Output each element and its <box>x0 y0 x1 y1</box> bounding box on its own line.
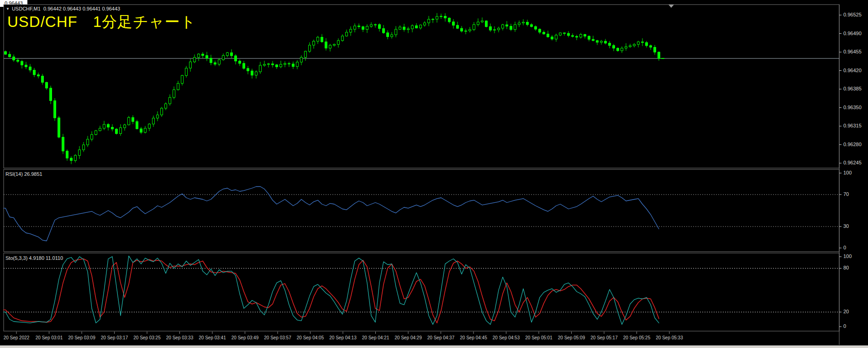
candle <box>428 19 430 23</box>
candle <box>399 27 401 29</box>
candle <box>489 26 492 30</box>
candle <box>128 117 130 125</box>
candle <box>50 88 52 101</box>
candle <box>161 108 163 115</box>
price-axis-label: 0.96525 <box>843 12 862 17</box>
candle <box>268 64 270 64</box>
chart-canvas[interactable] <box>0 0 868 348</box>
candle <box>185 68 188 75</box>
chevron-down-icon[interactable]: ▼ <box>6 7 10 11</box>
candle <box>370 25 373 26</box>
candle <box>559 33 562 35</box>
candle <box>633 44 636 46</box>
time-axis-label: 20 Sep 05:01 <box>525 335 552 340</box>
candle <box>350 29 352 32</box>
candle <box>5 52 7 54</box>
stoch-indicator-label: Sto(5,3,3) 4.9180 11.0110 <box>5 255 63 261</box>
candle <box>317 37 319 41</box>
candle <box>547 34 549 37</box>
candle <box>448 18 451 22</box>
time-axis-label: 20 Sep 04:05 <box>297 335 324 340</box>
candle <box>366 26 368 30</box>
candle <box>255 72 258 75</box>
candle <box>70 158 73 160</box>
candle <box>226 53 229 55</box>
candle <box>329 45 331 48</box>
candle <box>300 58 303 62</box>
candle <box>120 128 122 134</box>
candle <box>333 44 336 45</box>
mt4-chart-window: 0.965250.964900.964550.964200.963850.963… <box>0 0 868 348</box>
candle <box>325 42 327 48</box>
symbol-ohlc-values: 0.96442 0.96443 0.96441 0.96443 <box>43 6 120 11</box>
candle <box>235 56 237 61</box>
candle <box>58 118 60 137</box>
chart-title-text: USD/CHF 1分足チャート <box>7 12 196 32</box>
candle <box>588 36 590 39</box>
candle <box>173 90 175 98</box>
candle <box>452 22 455 26</box>
rsi-axis-label: 30 <box>843 223 849 229</box>
candle <box>272 64 274 65</box>
rsi-panel[interactable] <box>4 169 839 252</box>
candle <box>33 70 36 75</box>
candle <box>99 128 101 131</box>
candle <box>91 135 93 139</box>
time-axis-label: 20 Sep 03:09 <box>68 335 95 340</box>
candle <box>395 29 397 35</box>
candle <box>62 137 64 151</box>
candle <box>592 39 594 41</box>
candle <box>214 63 216 64</box>
candle <box>444 16 447 18</box>
time-axis-label: 20 Sep 03:17 <box>101 335 128 340</box>
candle <box>646 42 648 46</box>
candle <box>309 45 311 51</box>
time-axis-label: 20 Sep 04:21 <box>362 335 389 340</box>
candle <box>140 129 142 132</box>
candle <box>284 63 286 64</box>
candle <box>535 26 537 29</box>
price-axis-label: 0.96315 <box>843 123 862 128</box>
candle <box>613 46 615 48</box>
candle <box>416 26 418 28</box>
candle <box>231 53 233 56</box>
candle <box>354 26 356 29</box>
time-axis-label: 20 Sep 05:33 <box>656 335 683 340</box>
candle <box>222 56 225 60</box>
candle <box>654 47 656 53</box>
candle <box>555 35 558 39</box>
candle <box>153 118 155 124</box>
candle <box>259 65 262 72</box>
candle <box>580 35 582 37</box>
candle <box>165 104 167 108</box>
price-axis-label: 0.96420 <box>843 68 862 73</box>
candle <box>436 16 438 19</box>
candle <box>305 51 307 57</box>
candle <box>276 65 278 67</box>
price-axis-label: 0.96385 <box>843 86 862 91</box>
candle <box>202 54 204 55</box>
candle <box>292 64 295 67</box>
candle <box>29 67 32 70</box>
sto-axis-label: 80 <box>843 265 849 270</box>
candle <box>531 25 533 26</box>
candle <box>617 48 619 51</box>
candle <box>177 84 179 90</box>
candle <box>609 43 611 45</box>
candle <box>87 139 89 145</box>
candle <box>432 19 434 20</box>
candle <box>342 36 344 41</box>
price-axis-label: 0.96455 <box>843 49 862 54</box>
candle <box>420 25 422 28</box>
candle <box>74 155 77 160</box>
candle <box>288 63 290 64</box>
price-axis-label: 0.96350 <box>843 105 862 110</box>
candle <box>563 33 566 33</box>
symbol-name: USDCHF,M1 <box>12 6 41 11</box>
stochastic-panel[interactable] <box>4 253 839 331</box>
candle <box>107 124 110 127</box>
candle <box>136 121 138 129</box>
candle <box>465 31 467 32</box>
candle <box>116 129 118 134</box>
candle <box>596 41 599 42</box>
